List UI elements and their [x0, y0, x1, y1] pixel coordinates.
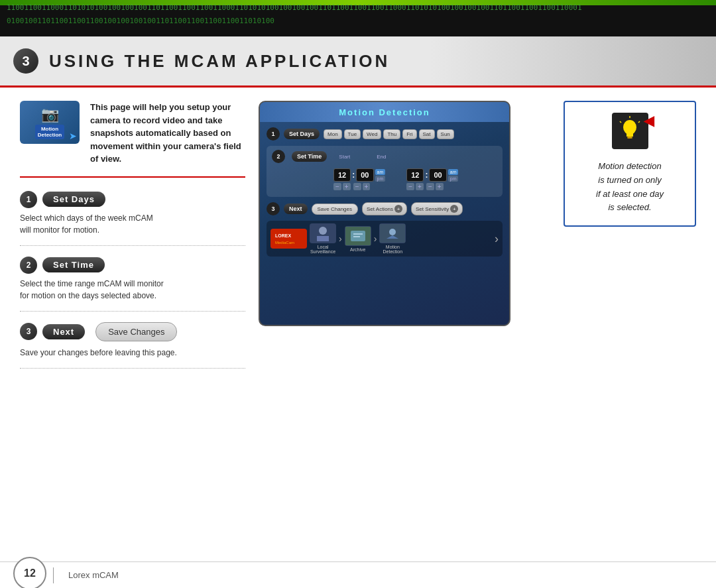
- time-section: 2 Set Time Start End: [267, 146, 503, 197]
- mockup-set-sensitivity-btn[interactable]: Set Sensitivity +: [411, 202, 463, 215]
- right-column: ◀ Motion detection is turned on only if …: [564, 101, 696, 550]
- tip-box: ◀ Motion detection is turned on only if …: [564, 101, 696, 227]
- step-2-badge: 2 Set Time: [20, 257, 245, 274]
- nav-lorex[interactable]: LOREX MediaCam: [270, 229, 307, 249]
- main-content: 📷 MotionDetection ➤ This page will help …: [0, 88, 716, 563]
- archive-icon: [345, 226, 371, 246]
- nav-archive[interactable]: Archive: [345, 226, 371, 252]
- intro-section: 📷 MotionDetection ➤ This page will help …: [20, 101, 245, 178]
- start-time-group: 12 : 00 am pm: [333, 168, 385, 190]
- day-sat[interactable]: Sat: [419, 129, 435, 139]
- tip-text: Motion detection is turned on only if at…: [596, 160, 664, 215]
- time-colon-1: :: [352, 170, 355, 180]
- motion-icon-arrow: ➤: [69, 131, 77, 141]
- day-thu[interactable]: Thu: [383, 129, 400, 139]
- svg-point-4: [319, 227, 327, 235]
- mockup-save-btn[interactable]: Save Changes: [312, 204, 358, 215]
- start-pm[interactable]: pm: [375, 176, 386, 182]
- day-fri[interactable]: Fri: [402, 129, 416, 139]
- set-actions-icon: +: [394, 205, 402, 213]
- svg-rect-9: [353, 236, 360, 237]
- step-2-label: Set Time: [42, 257, 105, 272]
- start-min-plus[interactable]: +: [363, 183, 371, 190]
- nav-motion-detection[interactable]: MotionDetection: [379, 223, 406, 254]
- step-1-badge: 1 Set Days: [20, 191, 245, 208]
- mockup-step-2-badge: 2: [272, 150, 285, 163]
- set-actions-label: Set Actions: [367, 206, 393, 212]
- svg-rect-5: [317, 236, 329, 241]
- start-minus[interactable]: −: [333, 183, 341, 190]
- svg-rect-14: [626, 133, 633, 137]
- lorex-logo: LOREX MediaCam: [270, 229, 307, 249]
- motion-detection-nav-icon: [379, 223, 406, 243]
- start-min-minus[interactable]: −: [353, 183, 361, 190]
- tip-icon-area: ◀: [612, 113, 648, 152]
- step-3-label: Next: [42, 324, 85, 339]
- start-label: Start: [339, 154, 350, 160]
- mockup-title-bar: Motion Detection: [260, 102, 509, 122]
- center-column: Motion Detection 1 Set Days Mon Tue Wed …: [259, 101, 550, 550]
- set-sensitivity-icon: +: [450, 205, 458, 213]
- time-colon-2: :: [425, 170, 428, 180]
- set-sensitivity-label: Set Sensitivity: [416, 206, 449, 212]
- nav-local-surveillance-label: LocalSurveillance: [310, 245, 335, 254]
- day-mon[interactable]: Mon: [324, 129, 342, 139]
- start-min[interactable]: 00: [356, 168, 373, 182]
- motion-detection-icon: 📷 MotionDetection ➤: [20, 101, 80, 144]
- step-2-number: 2: [20, 257, 37, 274]
- mockup-step-3-badge: 3: [267, 202, 280, 215]
- set-time-row: 12 : 00 am pm: [272, 166, 497, 193]
- start-am[interactable]: am: [375, 169, 386, 175]
- lightbulb-icon: [612, 113, 648, 149]
- mockup-next-btn[interactable]: Next: [284, 204, 308, 214]
- footer-page-number: 12: [24, 567, 36, 579]
- mockup-set-actions-btn[interactable]: Set Actions +: [362, 202, 407, 215]
- nav-arrow-right[interactable]: ›: [495, 232, 499, 246]
- footer-brand: Lorex mCAM: [68, 570, 119, 580]
- end-ampm: am pm: [448, 169, 459, 182]
- chapter-title: USING THE mCAM APPLICATION: [49, 51, 390, 72]
- chapter-number: 3: [13, 48, 38, 74]
- start-hour[interactable]: 12: [333, 168, 351, 182]
- nav-archive-label: Archive: [350, 247, 365, 252]
- camera-icon: 📷: [41, 106, 59, 123]
- end-am[interactable]: am: [448, 169, 459, 175]
- footer: 12 Lorex mCAM: [0, 561, 716, 588]
- end-hour[interactable]: 12: [406, 168, 424, 182]
- left-column: 📷 MotionDetection ➤ This page will help …: [20, 101, 245, 550]
- end-min-plus[interactable]: +: [436, 183, 444, 190]
- svg-point-13: [623, 120, 636, 135]
- step-3-number: 3: [20, 323, 37, 340]
- step-3-row: 3 Next Save Changes: [20, 322, 245, 341]
- mockup-nav: LOREX MediaCam: [267, 221, 503, 257]
- step-2-description: Select the time range mCAM will monitor …: [20, 278, 245, 302]
- day-tue[interactable]: Tue: [344, 129, 361, 139]
- step-1-item: 1 Set Days Select which days of the week…: [20, 191, 245, 246]
- start-plus[interactable]: +: [343, 183, 351, 190]
- mockup-title: Motion Detection: [339, 107, 430, 117]
- intro-text: This page will help you setup your camer…: [90, 101, 245, 166]
- step-3-description: Save your changes before leaving this pa…: [20, 347, 245, 359]
- end-time-group: 12 : 00 am pm: [406, 168, 458, 190]
- step-2-item: 2 Set Time Select the time range mCAM wi…: [20, 257, 245, 312]
- day-wed[interactable]: Wed: [363, 129, 381, 139]
- mockup-row-3: 3 Next Save Changes Set Actions + Set Se…: [267, 202, 503, 215]
- end-pm[interactable]: pm: [448, 176, 459, 182]
- tip-red-arrow: ◀: [644, 113, 654, 129]
- save-changes-button[interactable]: Save Changes: [95, 322, 177, 341]
- mockup-set-days-btn[interactable]: Set Days: [284, 129, 320, 139]
- step-3-badge: 3 Next: [20, 323, 85, 340]
- ui-mockup: Motion Detection 1 Set Days Mon Tue Wed …: [259, 101, 510, 326]
- end-minus[interactable]: −: [406, 183, 414, 190]
- mockup-set-time-btn[interactable]: Set Time: [292, 151, 327, 162]
- mockup-row-1: 1 Set Days Mon Tue Wed Thu Fri Sat Sun: [267, 127, 503, 141]
- nav-local-surveillance[interactable]: LocalSurveillance: [310, 223, 336, 254]
- day-sun[interactable]: Sun: [437, 129, 454, 139]
- step-1-number: 1: [20, 191, 37, 208]
- end-min-minus[interactable]: −: [426, 183, 434, 190]
- end-plus[interactable]: +: [416, 183, 424, 190]
- motion-icon-label: MotionDetection: [35, 125, 64, 139]
- svg-rect-0: [272, 229, 306, 248]
- end-min[interactable]: 00: [429, 168, 446, 182]
- steps-area: 1 Set Days Select which days of the week…: [20, 191, 245, 369]
